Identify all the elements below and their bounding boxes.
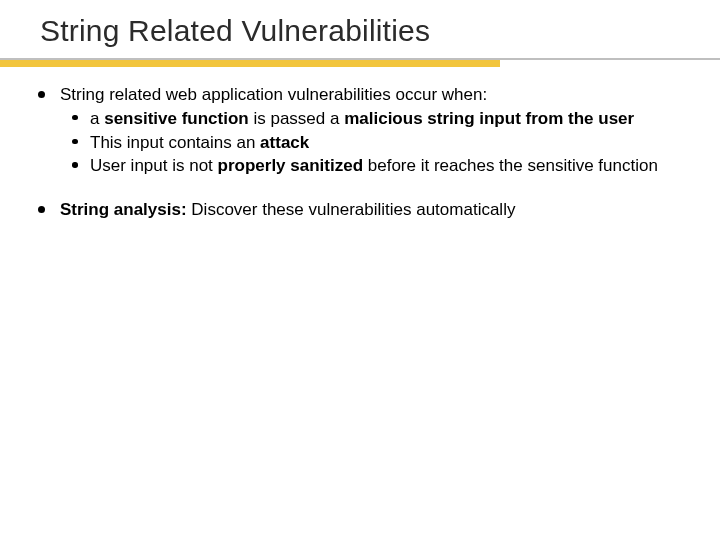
bullet-list: String related web application vulnerabi… xyxy=(32,84,688,221)
bullet-item: String related web application vulnerabi… xyxy=(32,84,688,177)
sub-bullet-item: User input is not properly sanitized bef… xyxy=(60,155,688,177)
text-run: is passed a xyxy=(249,109,344,128)
slide-title: String Related Vulnerabilities xyxy=(40,14,430,48)
bullet-text: String related web application vulnerabi… xyxy=(60,85,487,104)
slide: String Related Vulnerabilities String re… xyxy=(0,0,720,540)
bullet-item: String analysis: Discover these vulnerab… xyxy=(32,199,688,221)
rule-divider-gold xyxy=(0,60,500,67)
text-bold: properly sanitized xyxy=(218,156,363,175)
text-bold: attack xyxy=(260,133,309,152)
slide-body: String related web application vulnerabi… xyxy=(32,84,688,243)
text-run: before it reaches the sensitive function xyxy=(363,156,658,175)
text-run: Discover these vulnerabilities automatic… xyxy=(187,200,516,219)
text-run: a xyxy=(90,109,104,128)
text-bold: malicious string input from the user xyxy=(344,109,634,128)
text-run: User input is not xyxy=(90,156,218,175)
text-bold: String analysis: xyxy=(60,200,187,219)
text-run: This input contains an xyxy=(90,133,260,152)
sub-bullet-item: a sensitive function is passed a malicio… xyxy=(60,108,688,130)
sub-bullet-list: a sensitive function is passed a malicio… xyxy=(60,108,688,177)
text-bold: sensitive function xyxy=(104,109,249,128)
sub-bullet-item: This input contains an attack xyxy=(60,132,688,154)
